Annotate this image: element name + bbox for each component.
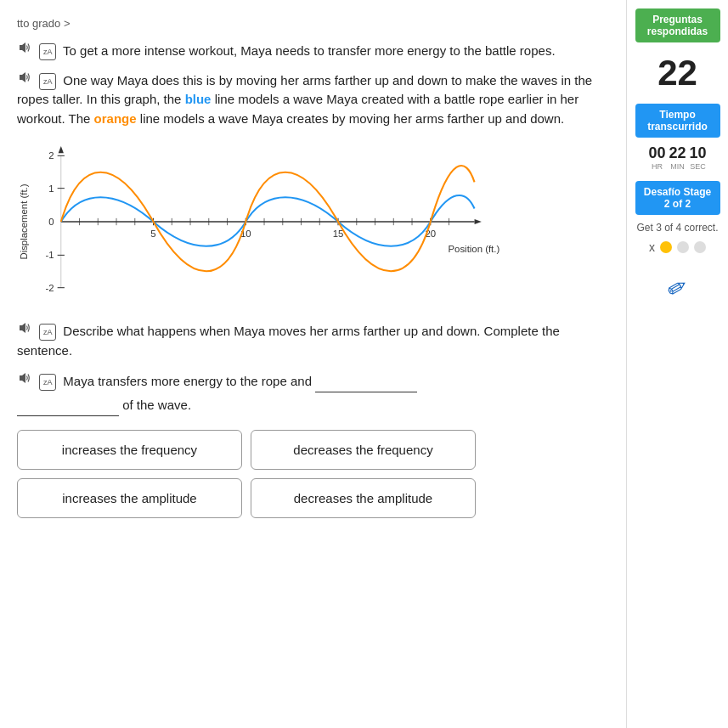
speaker-icon-2: [17, 70, 32, 85]
score-number: 22: [657, 53, 697, 93]
y-axis-label: Displacement (ft.): [19, 183, 29, 259]
svg-marker-39: [59, 146, 64, 153]
translate-icon-4: zA: [39, 374, 56, 391]
content-area: tto grado > zA To get a more intense wor…: [0, 0, 626, 728]
dot-x: x: [649, 240, 655, 254]
speaker-icon-4: [17, 370, 32, 386]
svg-marker-41: [20, 323, 25, 333]
timer-hr: 00 HR: [648, 144, 665, 171]
p2-orange: orange: [94, 111, 137, 126]
p4-start: Maya transfers more energy to the rope a…: [63, 374, 312, 388]
fill-blank-section: zA Maya transfers more energy to the rop…: [17, 369, 609, 416]
svg-text:Position (ft.): Position (ft.): [449, 244, 500, 254]
svg-text:-2: -2: [45, 283, 54, 293]
paragraph-1-text: To get a more intense workout, Maya need…: [63, 43, 555, 58]
speaker-icon-1: [17, 40, 32, 55]
graph-container: Displacement (ft.) 2 1 0 -1 -2 5: [17, 137, 510, 307]
option-increases-frequency[interactable]: increases the frequency: [17, 430, 242, 470]
option-increases-amplitude[interactable]: increases the amplitude: [17, 478, 242, 518]
tiempo-badge: Tiempo transcurrido: [635, 104, 720, 138]
p2-blue: blue: [185, 92, 212, 106]
get-correct: Get 3 of 4 correct.: [636, 222, 718, 234]
svg-marker-1: [20, 72, 25, 82]
translate-icon-3: zA: [39, 324, 56, 341]
paragraph-2: zA One way Maya does this is by moving h…: [17, 70, 609, 129]
blank-answer-1: [315, 369, 417, 392]
dot-empty-2: [694, 241, 706, 253]
pencil-icon: ✏: [662, 271, 692, 305]
svg-marker-13: [475, 219, 482, 224]
blank-answer-2: [17, 392, 119, 416]
translate-icon-2: zA: [39, 73, 56, 90]
svg-text:-1: -1: [45, 251, 54, 261]
options-grid: increases the frequency decreases the fr…: [17, 430, 476, 518]
p2-end: line models a wave Maya creates by movin…: [137, 111, 565, 126]
paragraph-3: zA Describe what happens when Maya moves…: [17, 320, 609, 360]
p3-text: Describe what happens when Maya moves he…: [17, 324, 560, 358]
timer-min: 22 MIN: [669, 144, 686, 171]
speaker-icon-3: [17, 320, 32, 336]
dot-empty-1: [677, 241, 689, 253]
svg-text:0: 0: [48, 217, 54, 227]
sidebar: Preguntas respondidas 22 Tiempo transcur…: [626, 0, 728, 728]
timer-row: 00 HR 22 MIN 10 SEC: [648, 144, 706, 171]
option-decreases-amplitude[interactable]: decreases the amplitude: [251, 478, 476, 518]
option-decreases-frequency[interactable]: decreases the frequency: [251, 430, 476, 470]
dot-filled: [660, 241, 672, 253]
breadcrumb-text: tto grado: [17, 17, 60, 30]
svg-marker-0: [20, 42, 25, 53]
dot-row: x: [649, 240, 706, 254]
svg-text:1: 1: [48, 183, 54, 194]
translate-icon-1: zA: [39, 43, 56, 60]
p4-end: of the wave.: [122, 398, 191, 412]
svg-text:2: 2: [48, 150, 54, 161]
main-container: tto grado > zA To get a more intense wor…: [0, 0, 728, 728]
svg-marker-42: [20, 373, 25, 383]
svg-text:5: 5: [150, 229, 155, 239]
desafio-badge: Desafío Stage 2 of 2: [635, 181, 720, 215]
paragraph-1: zA To get a more intense workout, Maya n…: [17, 40, 609, 61]
preguntas-badge: Preguntas respondidas: [635, 8, 720, 42]
timer-sec: 10 SEC: [690, 144, 707, 171]
breadcrumb: tto grado >: [17, 17, 609, 30]
